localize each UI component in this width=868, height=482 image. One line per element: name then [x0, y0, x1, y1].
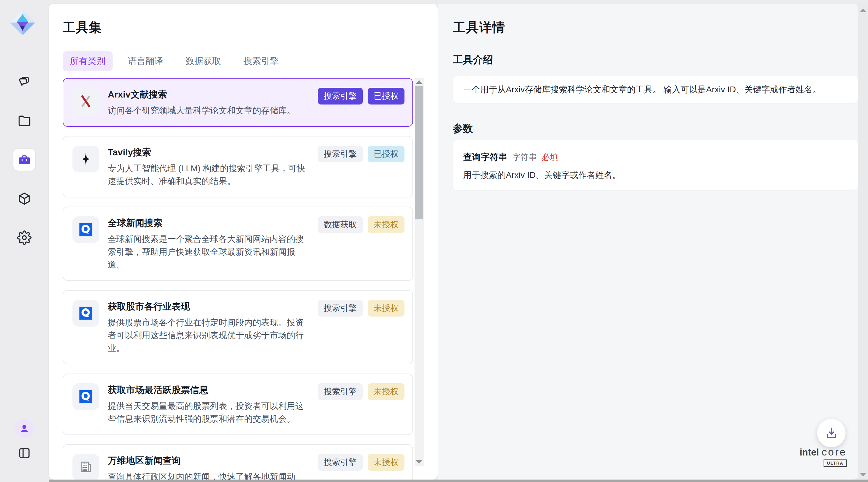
- category-tab[interactable]: 语言翻译: [121, 51, 170, 71]
- tool-card-body: Arxiv文献搜索 访问各个研究领域大量科学论文和文章的存储库。: [108, 88, 311, 117]
- tool-badges: 搜索引擎 已授权: [318, 146, 404, 162]
- tool-category-badge: 搜索引擎: [318, 300, 363, 317]
- folder-icon: [17, 113, 32, 128]
- scroll-up-arrow-icon[interactable]: [416, 80, 423, 84]
- tool-card[interactable]: 获取市场最活跃股票信息 提供当天交易量最高的股票列表，投资者可以利用这些信息来识…: [63, 373, 413, 435]
- gear-icon: [17, 230, 32, 245]
- tool-description: 专为人工智能代理 (LLM) 构建的搜索引擎工具，可快速提供实时、准确和真实的结…: [108, 162, 311, 188]
- svg-text:NEW: NEW: [83, 465, 87, 466]
- window-bottom-edge: [49, 480, 868, 482]
- window-scroll-down-arrow-icon[interactable]: [860, 473, 866, 477]
- sidebar-item-models[interactable]: [13, 188, 35, 209]
- tool-description: 提供当天交易量最高的股票列表，投资者可以利用这些信息来识别流动性强的股票和潜在的…: [108, 400, 311, 425]
- news-aggregator-icon: [72, 300, 99, 327]
- nav-rail: [0, 0, 49, 482]
- tool-auth-badge: 未授权: [368, 216, 404, 233]
- tool-card-body: 全球新闻搜索 全球新闻搜索是一个聚合全球各大新闻网站内容的搜索引擎，帮助用户快速…: [108, 216, 311, 271]
- tool-badges: 搜索引擎 已授权: [318, 88, 404, 105]
- tool-description: 访问各个研究领域大量科学论文和文章的存储库。: [108, 104, 311, 117]
- news-aggregator-icon: [72, 383, 99, 410]
- parameter-name: 查询字符串: [463, 151, 507, 163]
- window-scroll-up-arrow-icon[interactable]: [860, 8, 866, 12]
- detail-panel-title: 工具详情: [453, 19, 505, 36]
- parameter-card: 查询字符串 字符串 必填 用于搜索的Arxiv ID、关键字或作者姓名。: [453, 140, 858, 190]
- tool-card[interactable]: 获取股市各行业表现 提供股票市场各个行业在特定时间段内的表现。投资者可以利用这些…: [63, 290, 413, 364]
- tool-detail-panel: 工具详情 工具介绍 一个用于从Arxiv存储库搜索科学论文和文章的工具。 输入可…: [438, 4, 858, 480]
- parameter-required-badge: 必填: [542, 152, 558, 163]
- window-scrollbar[interactable]: [858, 4, 868, 480]
- tool-category-badge: 搜索引擎: [318, 88, 363, 105]
- tool-auth-badge: 未授权: [368, 300, 404, 317]
- tool-list-scrollbar[interactable]: [414, 78, 424, 466]
- tool-intro-heading: 工具介绍: [453, 53, 493, 67]
- parameter-header: 查询字符串 字符串 必填: [463, 151, 847, 163]
- local-news-icon: LOCAL NEW: [72, 454, 99, 480]
- category-tab[interactable]: 数据获取: [178, 51, 228, 71]
- tool-list: Arxiv文献搜索 访问各个研究领域大量科学论文和文章的存储库。 搜索引擎 已授…: [63, 78, 413, 480]
- tool-auth-badge: 未授权: [368, 383, 404, 400]
- tavily-star-icon: [72, 146, 99, 172]
- sidebar-item-chat[interactable]: [13, 71, 35, 93]
- arxiv-logo-icon: [72, 88, 99, 115]
- tools-panel-title: 工具集: [63, 19, 102, 36]
- intel-word: intel: [800, 447, 819, 458]
- parameter-type: 字符串: [512, 152, 537, 163]
- tool-card-body: Tavily搜索 专为人工智能代理 (LLM) 构建的搜索引擎工具，可快速提供实…: [108, 146, 311, 188]
- chat-icon: [17, 74, 32, 89]
- tool-card[interactable]: Arxiv文献搜索 访问各个研究领域大量科学论文和文章的存储库。 搜索引擎 已授…: [63, 78, 413, 127]
- category-tab[interactable]: 搜索引擎: [236, 51, 286, 71]
- sidebar-toggle-button[interactable]: [17, 446, 31, 460]
- tool-intro-card: 一个用于从Arxiv存储库搜索科学论文和文章的工具。 输入可以是Arxiv ID…: [453, 76, 858, 103]
- tool-name: Arxiv文献搜索: [108, 88, 311, 101]
- tool-name: 全球新闻搜索: [108, 216, 311, 229]
- tool-badges: 搜索引擎 未授权: [318, 300, 404, 317]
- ultra-badge: ULTRA: [824, 459, 847, 467]
- tool-badges: 搜索引擎 未授权: [318, 454, 404, 471]
- cube-icon: [17, 191, 32, 206]
- tool-name: Tavily搜索: [108, 146, 311, 159]
- tool-intro-text: 一个用于从Arxiv存储库搜索科学论文和文章的工具。 输入可以是Arxiv ID…: [463, 84, 821, 95]
- tool-description: 查询具体行政区划内的新闻，快速了解各地新闻动态。: [108, 471, 311, 480]
- sidebar-item-toolbox[interactable]: [13, 149, 35, 171]
- tool-category-badge: 搜索引擎: [318, 454, 363, 471]
- intel-core-ultra-logo: intel core ULTRA: [800, 446, 847, 467]
- tool-card[interactable]: 全球新闻搜索 全球新闻搜索是一个聚合全球各大新闻网站内容的搜索引擎，帮助用户快速…: [63, 206, 413, 281]
- tool-card-body: 万维地区新闻查询 查询具体行政区划内的新闻，快速了解各地新闻动态。: [108, 454, 311, 480]
- news-aggregator-icon: [72, 216, 99, 243]
- tool-name: 获取市场最活跃股票信息: [108, 383, 311, 396]
- sidebar-toggle-icon: [17, 446, 31, 460]
- toolbox-icon: [17, 152, 32, 167]
- sidebar-item-settings[interactable]: [13, 227, 35, 249]
- tool-auth-badge: 已授权: [368, 146, 404, 162]
- tool-category-badge: 搜索引擎: [318, 383, 363, 400]
- core-word: core: [822, 446, 847, 458]
- tool-category-badge: 搜索引擎: [318, 146, 363, 162]
- tool-list-scrollbar-thumb[interactable]: [415, 86, 423, 219]
- tool-name: 万维地区新闻查询: [108, 454, 311, 467]
- category-tab[interactable]: 所有类别: [63, 51, 113, 71]
- download-button[interactable]: [817, 419, 845, 447]
- scroll-down-arrow-icon[interactable]: [416, 460, 423, 464]
- app-logo: [8, 8, 37, 37]
- user-avatar[interactable]: [15, 419, 34, 438]
- tool-card[interactable]: Tavily搜索 专为人工智能代理 (LLM) 构建的搜索引擎工具，可快速提供实…: [63, 136, 413, 197]
- tool-badges: 搜索引擎 未授权: [318, 383, 404, 400]
- tool-badges: 数据获取 未授权: [318, 216, 404, 233]
- tools-panel: 工具集 所有类别语言翻译数据获取搜索引擎 Arxiv文献搜索 访问各个研究领域大…: [49, 4, 438, 480]
- download-icon: [825, 426, 838, 440]
- tool-description: 全球新闻搜索是一个聚合全球各大新闻网站内容的搜索引擎，帮助用户快速获取全球最新资…: [108, 233, 311, 271]
- tool-card-body: 获取股市各行业表现 提供股票市场各个行业在特定时间段内的表现。投资者可以利用这些…: [108, 300, 311, 355]
- sidebar-nav: [13, 71, 35, 249]
- tool-card[interactable]: LOCAL NEW 万维地区新闻查询 查询具体行政区划内的新闻，快速了解各地新闻…: [63, 444, 413, 480]
- tool-name: 获取股市各行业表现: [108, 300, 311, 313]
- tool-description: 提供股票市场各个行业在特定时间段内的表现。投资者可以利用这些信息来识别表现优于或…: [108, 316, 311, 355]
- sidebar-item-files[interactable]: [13, 110, 35, 132]
- parameter-description: 用于搜索的Arxiv ID、关键字或作者姓名。: [463, 169, 847, 181]
- category-tabs: 所有类别语言翻译数据获取搜索引擎: [63, 51, 286, 71]
- tool-auth-badge: 未授权: [368, 454, 404, 471]
- tool-auth-badge: 已授权: [368, 88, 404, 105]
- intel-core-wordmark: intel core: [800, 446, 847, 458]
- tool-category-badge: 数据获取: [318, 216, 363, 233]
- parameters-heading: 参数: [453, 122, 473, 136]
- tool-card-body: 获取市场最活跃股票信息 提供当天交易量最高的股票列表，投资者可以利用这些信息来识…: [108, 383, 311, 425]
